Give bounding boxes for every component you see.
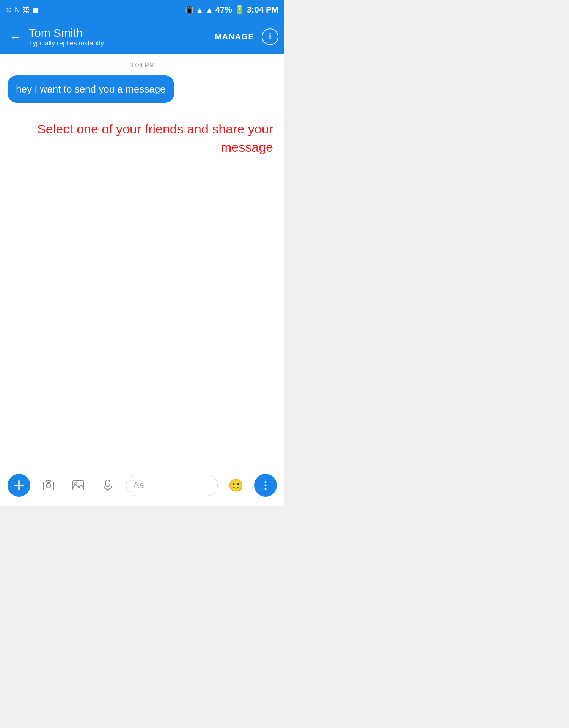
contact-info: Tom Smith Typically replies instantly xyxy=(29,27,210,47)
message-timestamp: 3:04 PM xyxy=(8,61,277,69)
chat-header: ← Tom Smith Typically replies instantly … xyxy=(0,20,284,54)
svg-point-10 xyxy=(265,484,267,486)
contact-name: Tom Smith xyxy=(29,27,210,39)
signal-icon: ▲ xyxy=(206,6,213,14)
battery-icon: 🔋 xyxy=(234,5,245,15)
message-input[interactable]: Aa xyxy=(126,475,218,496)
svg-point-9 xyxy=(265,481,267,483)
contact-status: Typically replies instantly xyxy=(29,39,210,47)
input-placeholder: Aa xyxy=(133,480,144,491)
camera-button[interactable] xyxy=(37,474,60,497)
mic-button[interactable] xyxy=(96,474,119,497)
image-icon: 🖼 xyxy=(23,6,30,14)
vibrate-icon: 📳 xyxy=(185,6,193,14)
bottom-toolbar: Aa 🙂 xyxy=(0,464,284,506)
emoji-button[interactable]: 🙂 xyxy=(225,474,247,497)
back-button[interactable]: ← xyxy=(6,27,24,47)
battery-percent: 47% xyxy=(215,5,232,15)
notification-icon: N xyxy=(15,6,20,14)
emoji-icon: 🙂 xyxy=(228,478,244,493)
image-button[interactable] xyxy=(67,474,90,497)
manage-button[interactable]: MANAGE xyxy=(215,32,254,42)
info-button[interactable]: i xyxy=(262,28,278,45)
svg-rect-4 xyxy=(47,480,50,482)
status-bar-right: 📳 ▲ ▲ 47% 🔋 3:04 PM xyxy=(185,5,278,15)
header-actions: MANAGE i xyxy=(215,28,278,45)
share-prompt: Select one of your friends and share you… xyxy=(8,120,277,156)
status-bar-left: ⊙ N 🖼 ◼ xyxy=(6,6,38,14)
svg-rect-7 xyxy=(105,480,110,487)
svg-point-3 xyxy=(46,483,51,488)
chat-area: 3:04 PM hey I want to send you a message… xyxy=(0,54,284,464)
time-display: 3:04 PM xyxy=(247,5,278,15)
status-bar: ⊙ N 🖼 ◼ 📳 ▲ ▲ 47% 🔋 3:04 PM xyxy=(0,0,284,20)
svg-rect-5 xyxy=(73,481,83,490)
wifi-icon: ▲ xyxy=(196,6,203,14)
sync-icon: ⊙ xyxy=(6,6,12,14)
stop-icon: ◼ xyxy=(33,6,38,14)
message-container: hey I want to send you a message xyxy=(8,75,277,103)
add-button[interactable] xyxy=(8,474,30,497)
message-bubble: hey I want to send you a message xyxy=(8,75,174,103)
menu-button[interactable] xyxy=(254,474,277,497)
svg-point-11 xyxy=(265,488,267,490)
